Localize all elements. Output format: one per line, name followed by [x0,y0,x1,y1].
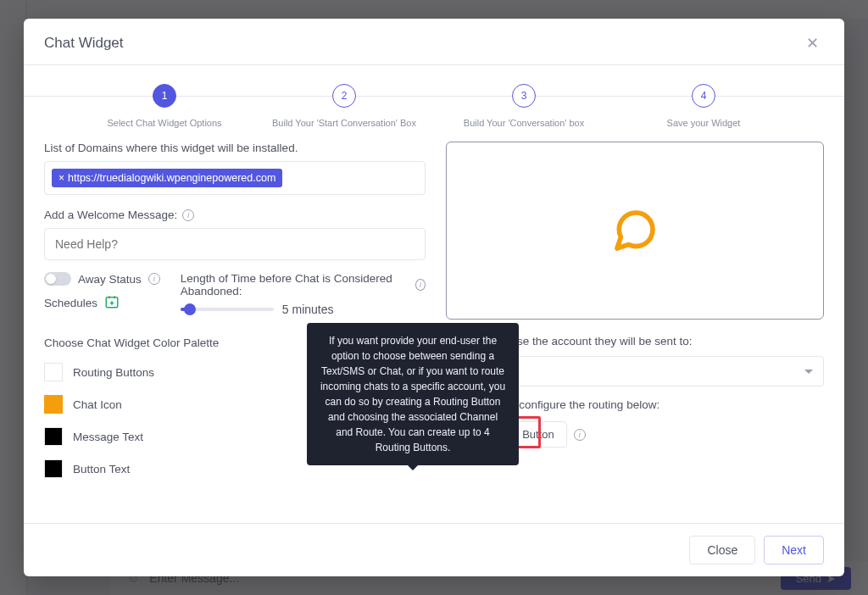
domains-label: List of Domains where this widget will b… [44,142,426,154]
info-icon[interactable]: i [182,209,194,221]
welcome-label: Add a Welcome Message: i [44,209,426,221]
step-2[interactable]: 2 Build Your 'Start Conversation' Box [254,84,434,128]
schedules-row: Schedules [44,294,160,312]
abandon-label-text: Length of Time before Chat is Considered… [181,272,410,298]
swatch-label: Button Text [73,463,130,475]
welcome-label-text: Add a Welcome Message: [44,209,177,221]
abandon-slider-row: 5 minutes [181,303,426,316]
calendar-add-icon[interactable] [104,294,120,312]
color-swatch[interactable] [44,363,63,381]
chevron-down-icon [804,370,813,374]
step-2-circle: 2 [332,84,356,108]
chat-bubble-icon [609,207,660,254]
swatch-label: Message Text [73,431,143,443]
away-status-row: Away Status i [44,272,160,286]
step-3[interactable]: 3 Build Your 'Conversation' box [434,84,614,128]
swatch-label: Routing Buttons [73,366,154,379]
step-4[interactable]: 4 Save your Widget [614,84,793,128]
domain-tag[interactable]: × https://truedialogwiki.wpenginepowered… [52,169,282,187]
step-4-label: Save your Widget [667,118,741,128]
color-swatch[interactable] [44,427,63,446]
away-status-label: Away Status [78,273,142,286]
step-4-circle: 4 [692,84,715,108]
modal-title: Chat Widget [44,35,124,52]
step-3-circle: 3 [512,84,536,108]
color-swatch[interactable] [44,395,63,414]
routing-tooltip: If you want provide your end-user the op… [307,323,519,465]
away-status-toggle[interactable] [44,272,71,286]
abandon-slider[interactable] [181,308,274,311]
close-button[interactable]: Close [689,536,755,564]
info-icon[interactable]: i [415,279,426,291]
close-icon[interactable]: ✕ [801,34,824,53]
chat-widget-modal: Chat Widget ✕ 1 Select Chat Widget Optio… [24,19,844,576]
abandon-column: Length of Time before Chat is Considered… [181,272,426,316]
tag-remove-icon[interactable]: × [58,172,64,184]
domain-tag-text: https://truedialogwiki.wpenginepowered.c… [68,172,275,184]
domains-input[interactable]: × https://truedialogwiki.wpenginepowered… [44,161,426,195]
color-swatch[interactable] [44,459,63,478]
widget-preview [446,142,824,320]
abandon-label: Length of Time before Chat is Considered… [181,272,426,298]
away-abandon-row: Away Status i Schedules Lengt [44,272,426,316]
away-column: Away Status i Schedules [44,272,160,312]
schedules-label: Schedules [44,297,97,309]
step-3-label: Build Your 'Conversation' box [464,118,584,128]
info-icon[interactable]: i [574,429,586,441]
step-2-label: Build Your 'Start Conversation' Box [272,118,416,128]
step-1-label: Select Chat Widget Options [107,118,221,128]
modal-body: List of Domains where this widget will b… [24,135,844,523]
swatch-label: Chat Icon [73,398,122,411]
welcome-input[interactable] [44,228,426,260]
abandon-value: 5 minutes [282,303,334,316]
info-icon[interactable]: i [148,273,160,285]
next-button[interactable]: Next [764,536,824,564]
modal-footer: Close Next [24,523,844,576]
step-1[interactable]: 1 Select Chat Widget Options [75,84,254,128]
modal-header: Chat Widget ✕ [24,19,844,65]
step-1-circle: 1 [153,84,176,108]
wizard-steps: 1 Select Chat Widget Options 2 Build You… [24,65,844,135]
